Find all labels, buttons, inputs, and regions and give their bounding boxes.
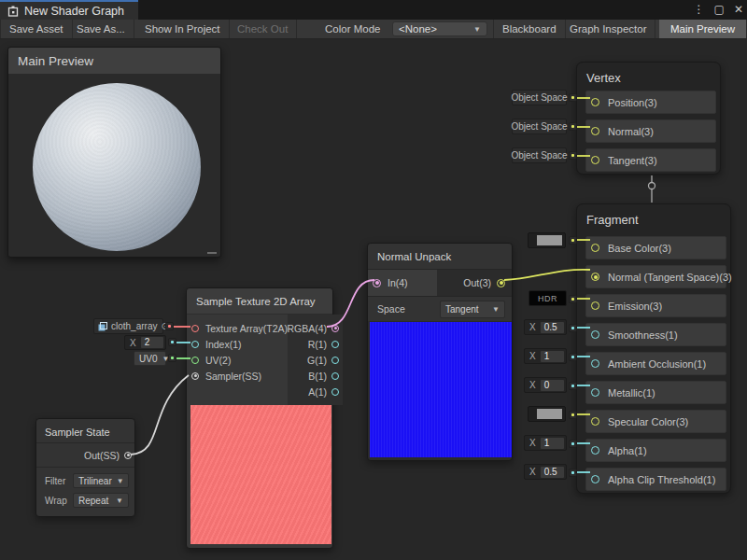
save-asset-button[interactable]: Save Asset	[0, 20, 73, 38]
input-index: Index(1)	[187, 336, 288, 352]
index-port[interactable]	[191, 341, 199, 348]
graph-inspector-button[interactable]: Graph Inspector	[561, 20, 655, 38]
fragment-row-alpha-clip: Alpha Clip Threshold(1)	[585, 468, 726, 491]
out-port[interactable]	[497, 279, 505, 287]
connector-dot	[569, 353, 577, 361]
base-color-swatch[interactable]	[528, 232, 566, 248]
output-b: B(1)	[288, 368, 343, 384]
connector-dot	[165, 322, 174, 330]
r-port[interactable]	[331, 341, 339, 348]
connector-dot	[569, 411, 577, 419]
ambient-occlusion-field[interactable]: X 1	[524, 348, 567, 364]
main-preview-button[interactable]: Main Preview	[659, 20, 747, 38]
save-as-button[interactable]: Save As...	[68, 20, 134, 38]
rgba-port[interactable]	[331, 325, 339, 332]
fragment-row-emission: Emission(3)	[585, 294, 726, 317]
normal-input-port[interactable]	[591, 127, 599, 135]
connector-dot	[168, 354, 176, 362]
preview-sphere[interactable]	[33, 83, 201, 251]
fragment-row-specular-color: Specular Color(3)	[585, 410, 726, 433]
specular-color-swatch[interactable]	[528, 406, 566, 422]
smoothness-field[interactable]: X 0.5	[524, 319, 567, 335]
emission-port[interactable]	[591, 301, 599, 310]
color-mode-label: Color Mode	[319, 20, 386, 38]
check-out-button: Check Out	[229, 20, 297, 38]
specular-color-port[interactable]	[591, 417, 599, 426]
wrap-dropdown[interactable]: Repeat ▼	[73, 493, 129, 508]
normal-unpack-preview	[370, 322, 512, 457]
out-ss-port[interactable]	[124, 452, 132, 459]
specular-color-label: Specular Color(3)	[608, 416, 688, 427]
sample-texture-preview	[190, 405, 331, 544]
object-space-connector-dot	[569, 151, 577, 160]
space-dropdown[interactable]: Tangent ▼	[440, 301, 505, 318]
wrap-label: Wrap	[45, 496, 67, 506]
fragment-row-normal-ts: Normal (Tangent Space)(3)	[585, 265, 726, 288]
tab-bar: New Shader Graph ⋮ ▢ ✕	[0, 0, 747, 20]
dropdown-arrow-icon: ▼	[112, 477, 124, 485]
connector-dot	[569, 469, 577, 477]
maximize-icon[interactable]: ▢	[714, 0, 725, 20]
position-label: Position(3)	[608, 97, 657, 108]
menu-icon[interactable]: ⋮	[694, 0, 705, 20]
base-color-port[interactable]	[591, 244, 599, 252]
connector-dot	[569, 295, 577, 303]
filter-dropdown[interactable]: Trilinear ▼	[73, 473, 129, 488]
uv-port[interactable]	[191, 357, 199, 364]
output-g: G(1)	[288, 352, 343, 368]
ambient-occlusion-port[interactable]	[591, 359, 599, 368]
dropdown-arrow-icon: ▼	[473, 25, 481, 34]
in-port[interactable]	[373, 279, 381, 287]
metallic-field[interactable]: X 0	[524, 377, 567, 393]
object-space-badge[interactable]: Object Space	[512, 147, 567, 163]
alpha-port[interactable]	[591, 446, 599, 455]
fragment-row-ambient-occlusion: Ambient Occlusion(1)	[585, 352, 726, 375]
position-input-port[interactable]	[591, 98, 599, 106]
emission-hdr-field[interactable]: HDR	[529, 290, 567, 306]
b-port[interactable]	[331, 372, 339, 380]
index-field[interactable]: X 2	[124, 335, 166, 350]
g-port[interactable]	[331, 357, 339, 364]
tangent-label: Tangent(3)	[608, 155, 657, 166]
sample-node-title: Sample Texture 2D Array	[187, 288, 332, 315]
connector-dot	[168, 338, 176, 346]
cloth-array-name: cloth_array	[111, 321, 157, 331]
tab-new-shader-graph[interactable]: New Shader Graph	[0, 0, 138, 20]
color-mode-value: <None>	[399, 23, 437, 35]
smoothness-port[interactable]	[591, 330, 599, 339]
alpha-clip-threshold-field[interactable]: X 0.5	[524, 464, 567, 480]
vertex-node-title: Vertex	[577, 63, 720, 91]
color-mode-dropdown[interactable]: <None> ▼	[392, 21, 487, 36]
object-space-badge[interactable]: Object Space	[512, 90, 567, 105]
object-space-connector-dot	[569, 93, 577, 102]
sampler-state-node[interactable]: Sampler State Out(SS) Filter Trilinear ▼…	[35, 418, 135, 517]
normal-unpack-node[interactable]: Normal Unpack In(4) Out(3) Space Tangent…	[367, 243, 513, 461]
object-space-badge[interactable]: Object Space	[512, 119, 567, 134]
fragment-row-metallic: Metallic(1)	[585, 381, 726, 404]
close-icon[interactable]: ✕	[734, 0, 743, 20]
a-port[interactable]	[331, 388, 339, 396]
blackboard-button[interactable]: Blackboard	[493, 20, 566, 38]
resize-handle[interactable]	[207, 252, 217, 254]
metallic-label: Metallic(1)	[608, 387, 655, 399]
cloth-array-object-field[interactable]: cloth_array ⊙	[93, 318, 163, 334]
alpha-field[interactable]: X 1	[524, 435, 567, 451]
uv-channel-dropdown[interactable]: UV0 ▼	[134, 351, 166, 366]
tangent-input-port[interactable]	[591, 156, 599, 164]
space-label: Space	[377, 303, 405, 315]
vertex-node[interactable]: Vertex Position(3) Normal(3) Tangent(3)	[576, 62, 721, 175]
vertex-row-position: Position(3)	[585, 91, 716, 114]
sampler-out-row: Out(SS)	[36, 443, 134, 468]
sample-texture-2d-array-node[interactable]: Sample Texture 2D Array Texture Array(T2…	[186, 287, 333, 549]
smoothness-label: Smoothness(1)	[608, 329, 678, 341]
main-preview-panel[interactable]: Main Preview	[7, 47, 221, 258]
texture-array-port[interactable]	[191, 325, 199, 332]
alpha-clip-threshold-port[interactable]	[591, 475, 599, 483]
input-uv: UV(2)	[187, 352, 288, 368]
normal-label: Normal(3)	[608, 126, 654, 137]
sampler-port[interactable]	[191, 372, 199, 380]
fragment-node[interactable]: Fragment Base Color(3) Normal (Tangent S…	[576, 203, 731, 494]
metallic-port[interactable]	[591, 388, 599, 397]
show-in-project-button[interactable]: Show In Project	[136, 20, 230, 38]
normal-tangent-space-port[interactable]	[591, 273, 599, 281]
